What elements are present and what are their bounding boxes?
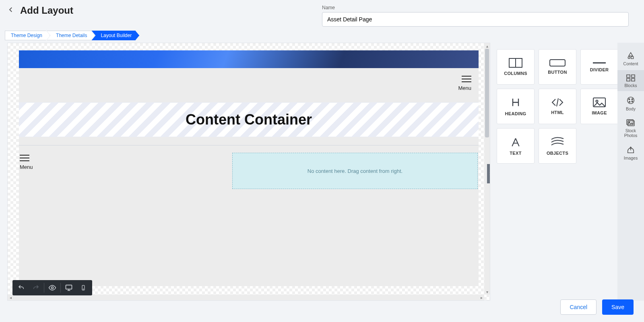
tab-label: Images bbox=[624, 156, 638, 160]
tab-label: Blocks bbox=[625, 83, 637, 88]
svg-point-16 bbox=[627, 97, 634, 104]
footer-actions: Cancel Save bbox=[560, 299, 634, 315]
desktop-view-button[interactable] bbox=[62, 283, 76, 293]
svg-point-20 bbox=[632, 101, 633, 102]
block-label: TEXT bbox=[510, 151, 521, 156]
canvas-toolbar bbox=[12, 280, 92, 295]
save-button[interactable]: Save bbox=[602, 299, 634, 315]
top-menu[interactable]: Menu bbox=[458, 74, 471, 91]
block-html[interactable]: HTML bbox=[539, 89, 576, 124]
block-label: HEADING bbox=[505, 111, 526, 116]
step-theme-design[interactable]: Theme Design bbox=[5, 31, 50, 40]
scroll-up-icon[interactable]: ▴ bbox=[484, 43, 490, 49]
scroll-left-icon[interactable]: ◂ bbox=[8, 295, 13, 300]
tab-images[interactable]: Images bbox=[617, 142, 644, 164]
tab-content[interactable]: Content bbox=[617, 48, 644, 69]
block-heading[interactable]: HEADING bbox=[497, 89, 535, 124]
svg-point-9 bbox=[596, 100, 598, 102]
name-label: Name bbox=[322, 5, 629, 10]
blocks-panel: COLUMNS BUTTON DIVIDER HEADING HTML IMAG… bbox=[490, 43, 617, 301]
canvas[interactable]: Menu Content Container Menu No content h… bbox=[7, 43, 490, 301]
dropzone-text: No content here. Drag content from right… bbox=[308, 168, 402, 174]
page-preview: Menu Content Container Menu No content h… bbox=[19, 50, 479, 286]
mobile-view-button[interactable] bbox=[76, 283, 91, 293]
undo-button[interactable] bbox=[14, 283, 29, 293]
svg-point-17 bbox=[629, 99, 630, 100]
back-arrow-icon[interactable] bbox=[7, 6, 14, 15]
name-input[interactable] bbox=[322, 12, 629, 27]
tab-body[interactable]: Body bbox=[617, 92, 644, 114]
svg-rect-6 bbox=[550, 60, 565, 66]
block-label: IMAGE bbox=[592, 110, 607, 115]
svg-point-19 bbox=[629, 101, 630, 102]
panel-collapse-handle[interactable] bbox=[487, 164, 490, 183]
step-layout-builder[interactable]: Layout Builder bbox=[91, 31, 139, 40]
block-columns[interactable]: COLUMNS bbox=[497, 49, 535, 85]
svg-rect-15 bbox=[632, 79, 635, 81]
block-label: OBJECTS bbox=[547, 151, 568, 156]
cancel-button[interactable]: Cancel bbox=[560, 299, 597, 315]
hero-banner bbox=[19, 50, 479, 68]
svg-point-18 bbox=[632, 99, 633, 100]
tab-label: Content bbox=[623, 61, 638, 66]
tab-stock-photos[interactable]: Stock Photos bbox=[617, 115, 644, 141]
block-divider[interactable]: DIVIDER bbox=[580, 49, 618, 85]
divider bbox=[19, 145, 479, 145]
dropzone[interactable]: No content here. Drag content from right… bbox=[232, 153, 478, 189]
block-objects[interactable]: OBJECTS bbox=[539, 128, 576, 164]
content-container-label: Content Container bbox=[186, 111, 312, 128]
top-menu-label: Menu bbox=[458, 85, 471, 91]
tab-label: Stock Photos bbox=[624, 128, 638, 138]
block-text[interactable]: TEXT bbox=[497, 128, 535, 164]
preview-button[interactable] bbox=[45, 283, 60, 293]
svg-rect-1 bbox=[66, 285, 72, 289]
block-label: COLUMNS bbox=[504, 71, 527, 76]
scroll-down-icon[interactable]: ▾ bbox=[484, 289, 490, 295]
block-button[interactable]: BUTTON bbox=[539, 49, 576, 85]
tab-blocks[interactable]: Blocks bbox=[617, 70, 644, 91]
scroll-right-icon[interactable]: ▸ bbox=[479, 295, 484, 300]
svg-point-10 bbox=[628, 57, 630, 59]
svg-point-0 bbox=[52, 287, 54, 289]
side-menu[interactable]: Menu bbox=[20, 153, 224, 170]
svg-rect-12 bbox=[627, 75, 630, 77]
side-menu-label: Menu bbox=[20, 164, 224, 170]
redo-button[interactable] bbox=[29, 283, 43, 293]
horizontal-scrollbar[interactable]: ◂ ▸ bbox=[8, 295, 484, 300]
svg-point-3 bbox=[83, 289, 83, 289]
side-tabs: Content Blocks Body Stock Photos Images bbox=[617, 43, 644, 301]
block-label: HTML bbox=[551, 110, 564, 115]
breadcrumb-steps: Theme Design Theme Details Layout Builde… bbox=[5, 31, 644, 40]
step-theme-details[interactable]: Theme Details bbox=[47, 31, 95, 40]
block-label: DIVIDER bbox=[590, 67, 609, 72]
svg-rect-11 bbox=[631, 57, 634, 59]
scroll-thumb[interactable] bbox=[485, 49, 489, 137]
hamburger-icon bbox=[20, 158, 29, 158]
content-container[interactable]: Content Container bbox=[19, 102, 479, 137]
hamburger-icon bbox=[462, 79, 471, 79]
page-title: Add Layout bbox=[20, 5, 73, 16]
block-label: BUTTON bbox=[548, 70, 567, 75]
block-image[interactable]: IMAGE bbox=[580, 89, 618, 124]
svg-rect-14 bbox=[627, 79, 630, 81]
tab-label: Body bbox=[626, 106, 636, 111]
svg-rect-13 bbox=[632, 75, 635, 77]
